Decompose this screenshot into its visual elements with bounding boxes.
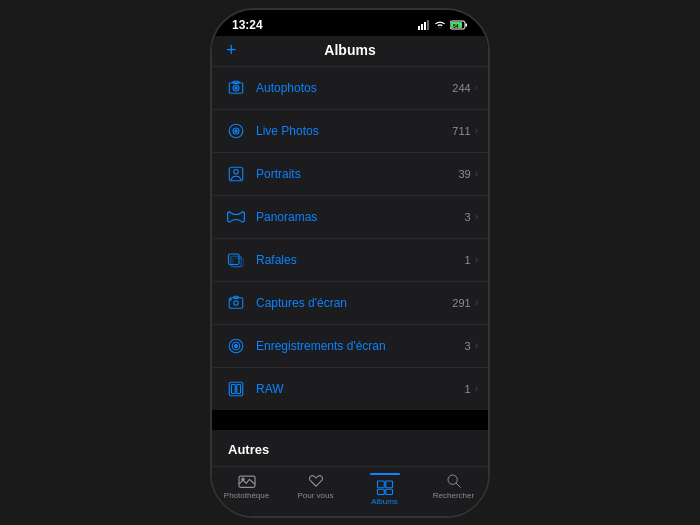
- phone-frame: 13:24 54 +: [210, 8, 490, 518]
- tab-albums[interactable]: Albums: [350, 473, 419, 506]
- item-label: Live Photos: [256, 124, 452, 138]
- tab-bar: Photothèque Pour vous Albums: [212, 466, 488, 516]
- status-bar: 13:24 54: [212, 10, 488, 36]
- svg-rect-28: [232, 384, 236, 393]
- list-item[interactable]: Importations 174 ›: [212, 463, 488, 466]
- item-count: 291: [452, 297, 470, 309]
- svg-point-14: [235, 129, 237, 131]
- list-item[interactable]: Rafales 1 ›: [212, 239, 488, 282]
- add-button[interactable]: +: [226, 41, 237, 59]
- phototheque-tab-icon: [237, 473, 257, 489]
- svg-point-38: [448, 475, 457, 484]
- svg-rect-35: [385, 481, 392, 488]
- media-types-section: Autophotos 244 › Live Photos 711 ›: [212, 67, 488, 410]
- tab-pour-vous[interactable]: Pour vous: [281, 473, 350, 506]
- svg-line-39: [456, 483, 461, 488]
- svg-rect-0: [418, 26, 420, 30]
- svg-point-21: [234, 300, 239, 305]
- rafales-icon: [224, 248, 248, 272]
- item-label: Enregistrements d'écran: [256, 339, 465, 353]
- svg-rect-37: [385, 489, 392, 494]
- svg-rect-1: [421, 24, 423, 30]
- item-label: Portraits: [256, 167, 458, 181]
- list-item[interactable]: Portraits 39 ›: [212, 153, 488, 196]
- rechercher-tab-icon: [444, 473, 464, 489]
- chevron-icon: ›: [475, 82, 478, 93]
- portraits-icon: [224, 162, 248, 186]
- svg-rect-19: [233, 258, 244, 266]
- tab-label: Rechercher: [433, 491, 474, 500]
- chevron-icon: ›: [475, 125, 478, 136]
- content-scroll[interactable]: Autophotos 244 › Live Photos 711 ›: [212, 67, 488, 466]
- tab-phototheque[interactable]: Photothèque: [212, 473, 281, 506]
- item-count: 39: [458, 168, 470, 180]
- chevron-icon: ›: [475, 340, 478, 351]
- autres-section-header: Autres: [212, 430, 488, 463]
- screen-recording-icon: [224, 334, 248, 358]
- chevron-icon: ›: [475, 211, 478, 222]
- svg-point-10: [235, 86, 237, 88]
- panoramas-icon: [224, 205, 248, 229]
- item-label: RAW: [256, 382, 465, 396]
- item-label: Rafales: [256, 253, 465, 267]
- list-item[interactable]: Enregistrements d'écran 3 ›: [212, 325, 488, 368]
- svg-rect-5: [466, 23, 468, 26]
- item-label: Autophotos: [256, 81, 452, 95]
- svg-rect-36: [377, 489, 384, 494]
- svg-point-16: [234, 169, 239, 174]
- tab-rechercher[interactable]: Rechercher: [419, 473, 488, 506]
- pour-vous-tab-icon: [306, 473, 326, 489]
- chevron-icon: ›: [475, 297, 478, 308]
- status-icons: 54: [418, 20, 468, 30]
- list-item[interactable]: RAW 1 ›: [212, 368, 488, 410]
- battery-icon: 54: [450, 20, 468, 30]
- item-count: 3: [465, 211, 471, 223]
- svg-rect-34: [377, 481, 384, 488]
- svg-rect-29: [237, 384, 241, 393]
- item-count: 1: [465, 254, 471, 266]
- svg-rect-2: [424, 22, 426, 30]
- status-time: 13:24: [232, 18, 263, 32]
- live-photos-icon: [224, 119, 248, 143]
- section-divider: [212, 410, 488, 430]
- item-label: Panoramas: [256, 210, 465, 224]
- chevron-icon: ›: [475, 254, 478, 265]
- active-indicator: [370, 473, 400, 475]
- raw-icon: [224, 377, 248, 401]
- list-item[interactable]: Live Photos 711 ›: [212, 110, 488, 153]
- tab-label: Albums: [371, 497, 398, 506]
- autophotos-icon: [224, 76, 248, 100]
- item-count: 1: [465, 383, 471, 395]
- signal-icon: [418, 20, 430, 30]
- screenshots-icon: [224, 291, 248, 315]
- wifi-icon: [434, 20, 446, 29]
- chevron-icon: ›: [475, 383, 478, 394]
- svg-point-33: [241, 478, 243, 480]
- item-count: 244: [452, 82, 470, 94]
- list-item[interactable]: Captures d'écran 291 ›: [212, 282, 488, 325]
- albums-tab-icon: [375, 479, 395, 495]
- header: + Albums: [212, 36, 488, 67]
- tab-label: Pour vous: [297, 491, 333, 500]
- autres-section: Autres Importations 174 ›: [212, 430, 488, 466]
- tab-label: Photothèque: [224, 491, 269, 500]
- item-count: 3: [465, 340, 471, 352]
- list-item[interactable]: Autophotos 244 ›: [212, 67, 488, 110]
- list-item[interactable]: Panoramas 3 ›: [212, 196, 488, 239]
- svg-rect-3: [427, 20, 429, 30]
- item-count: 711: [452, 125, 470, 137]
- svg-point-23: [230, 299, 231, 300]
- svg-rect-18: [231, 256, 242, 267]
- page-title: Albums: [324, 42, 375, 58]
- chevron-icon: ›: [475, 168, 478, 179]
- svg-point-26: [235, 344, 238, 347]
- item-label: Captures d'écran: [256, 296, 452, 310]
- svg-text:54: 54: [453, 23, 459, 29]
